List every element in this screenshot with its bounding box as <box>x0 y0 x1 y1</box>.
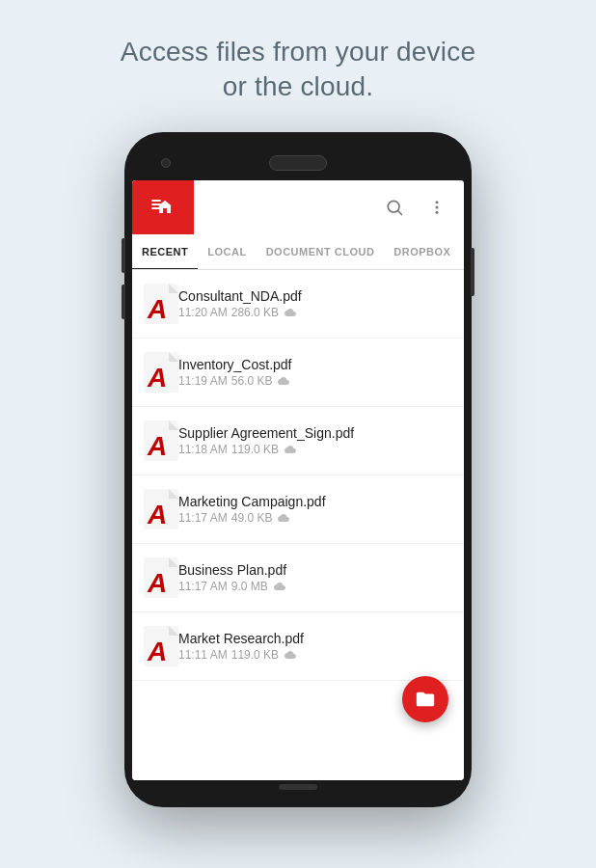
home-button-bar[interactable] <box>132 180 194 234</box>
svg-point-7 <box>436 211 439 214</box>
file-details: Business Plan.pdf 11:17 AM 9.0 MB <box>178 562 452 593</box>
phone-shell: RECENT LOCAL DOCUMENT CLOUD DROPBOX CR A… <box>124 132 472 807</box>
svg-text:A: A <box>147 500 167 529</box>
file-name: Inventory_Cost.pdf <box>178 357 452 372</box>
file-meta: 11:17 AM 49.0 KB <box>178 511 452 525</box>
phone-bottom <box>132 780 464 794</box>
power-button <box>471 248 474 296</box>
speaker <box>269 155 327 171</box>
pdf-file-icon: A <box>144 626 178 666</box>
pdf-file-icon: A <box>144 352 178 393</box>
file-size: 49.0 KB <box>231 511 273 525</box>
cloud-icon <box>283 650 296 660</box>
file-time: 11:17 AM <box>178 580 228 593</box>
tab-document-cloud[interactable]: DOCUMENT CLOUD <box>257 234 385 269</box>
svg-text:A: A <box>147 363 167 393</box>
svg-text:A: A <box>147 431 167 461</box>
file-time: 11:20 AM <box>178 306 228 319</box>
search-button[interactable] <box>375 188 414 227</box>
svg-text:A: A <box>147 637 167 666</box>
pdf-file-icon: A <box>144 420 178 461</box>
file-size: 119.0 KB <box>231 443 279 456</box>
file-meta: 11:11 AM 119.0 KB <box>178 648 452 662</box>
file-size: 286.0 KB <box>231 306 279 319</box>
file-size: 56.0 KB <box>231 374 273 388</box>
file-time: 11:11 AM <box>178 648 228 662</box>
file-time: 11:17 AM <box>178 511 228 525</box>
file-name: Consultant_NDA.pdf <box>178 288 452 304</box>
home-icon <box>149 194 176 221</box>
list-item[interactable]: A Inventory_Cost.pdf 11:19 AM 56.0 KB <box>132 339 464 407</box>
fab-button[interactable] <box>402 676 448 722</box>
more-options-button[interactable] <box>418 188 456 227</box>
screen: RECENT LOCAL DOCUMENT CLOUD DROPBOX CR A… <box>132 180 464 780</box>
camera-dot <box>161 158 171 168</box>
file-size: 119.0 KB <box>231 648 279 662</box>
file-meta: 11:20 AM 286.0 KB <box>178 306 452 319</box>
file-list: A Consultant_NDA.pdf 11:20 AM 286.0 KB A <box>132 270 464 780</box>
list-item[interactable]: A Consultant_NDA.pdf 11:20 AM 286.0 KB <box>132 270 464 339</box>
svg-text:A: A <box>147 294 167 324</box>
file-details: Supplier Agreement_Sign.pdf 11:18 AM 119… <box>178 425 452 456</box>
tab-local[interactable]: LOCAL <box>198 234 256 269</box>
svg-text:A: A <box>147 568 167 598</box>
pdf-file-icon: A <box>144 284 178 324</box>
file-name: Market Research.pdf <box>178 631 452 646</box>
search-icon <box>385 198 404 217</box>
volume-up-button <box>122 238 125 273</box>
more-icon <box>428 199 446 216</box>
svg-line-4 <box>398 211 402 215</box>
svg-point-6 <box>436 205 439 208</box>
file-details: Consultant_NDA.pdf 11:20 AM 286.0 KB <box>178 288 452 319</box>
pdf-file-icon: A <box>144 557 178 598</box>
list-item[interactable]: A Market Research.pdf 11:11 AM 119.0 KB <box>132 612 464 681</box>
phone-top-bar <box>132 146 464 180</box>
file-details: Marketing Campaign.pdf 11:17 AM 49.0 KB <box>178 494 452 525</box>
file-meta: 11:19 AM 56.0 KB <box>178 374 452 388</box>
file-meta: 11:18 AM 119.0 KB <box>178 443 452 456</box>
file-time: 11:18 AM <box>178 443 228 456</box>
app-bar <box>132 180 464 234</box>
cloud-icon <box>276 376 289 386</box>
tab-cr[interactable]: CR <box>460 234 464 269</box>
file-details: Market Research.pdf 11:11 AM 119.0 KB <box>178 631 452 662</box>
file-meta: 11:17 AM 9.0 MB <box>178 580 452 593</box>
file-time: 11:19 AM <box>178 374 228 388</box>
file-name: Marketing Campaign.pdf <box>178 494 452 509</box>
headline: Access files from your device or the clo… <box>121 35 475 105</box>
cloud-icon <box>283 308 296 317</box>
file-details: Inventory_Cost.pdf 11:19 AM 56.0 KB <box>178 357 452 388</box>
tab-recent[interactable]: RECENT <box>132 234 198 269</box>
tab-bar: RECENT LOCAL DOCUMENT CLOUD DROPBOX CR <box>132 234 464 270</box>
file-size: 9.0 MB <box>231 580 268 593</box>
home-circle-button <box>279 784 317 790</box>
cloud-icon <box>272 582 285 591</box>
list-item[interactable]: A Marketing Campaign.pdf 11:17 AM 49.0 K… <box>132 475 464 544</box>
cloud-icon <box>276 513 289 523</box>
list-item[interactable]: A Supplier Agreement_Sign.pdf 11:18 AM 1… <box>132 407 464 475</box>
tab-dropbox[interactable]: DROPBOX <box>384 234 460 269</box>
file-name: Supplier Agreement_Sign.pdf <box>178 425 452 441</box>
volume-down-button <box>122 285 125 319</box>
headline-line1: Access files from your device <box>121 37 475 67</box>
folder-icon <box>415 689 436 710</box>
file-name: Business Plan.pdf <box>178 562 452 578</box>
svg-point-5 <box>436 201 439 203</box>
app-bar-actions <box>375 188 464 227</box>
pdf-file-icon: A <box>144 489 178 529</box>
list-item[interactable]: A Business Plan.pdf 11:17 AM 9.0 MB <box>132 544 464 612</box>
headline-line2: or the cloud. <box>223 71 374 101</box>
cloud-icon <box>283 445 296 454</box>
